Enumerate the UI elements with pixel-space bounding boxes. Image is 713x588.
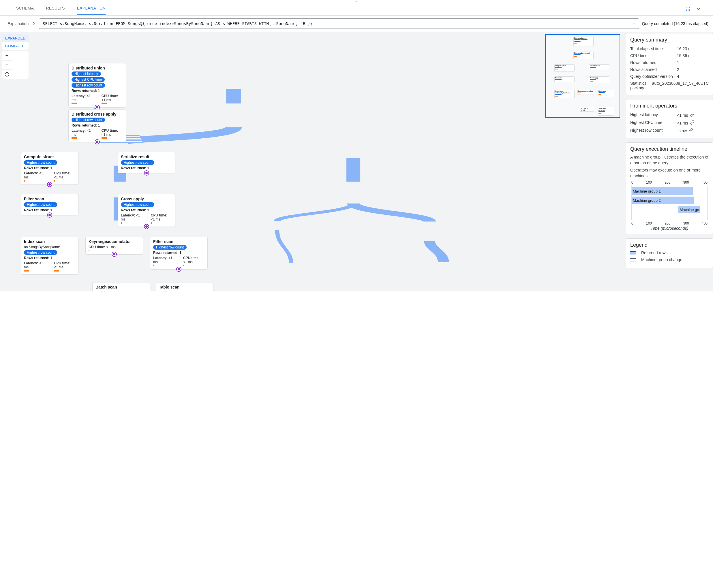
- query-dropdown[interactable]: SELECT s.SongName, s.Duration FROM Songs…: [39, 18, 639, 29]
- tab-results[interactable]: RESULTS: [46, 2, 65, 15]
- zoom-in-button[interactable]: +: [2, 51, 12, 60]
- cpu-val: <1 ms: [183, 260, 193, 264]
- tick: 0: [631, 181, 633, 185]
- expand-toggle-icon[interactable]: [47, 182, 52, 187]
- timeline-bar[interactable]: Machine group 1: [632, 187, 693, 195]
- tab-schema[interactable]: SCHEMA: [16, 2, 34, 15]
- node-title: Batch scan: [96, 285, 147, 289]
- k: Highest latency: [630, 112, 674, 118]
- expand-toggle-icon[interactable]: [111, 252, 117, 257]
- expand-toggle-icon[interactable]: [95, 139, 100, 144]
- card-title: Prominent operators: [630, 103, 709, 109]
- timeline-desc: Operators may execute on one or more mac…: [630, 167, 709, 179]
- node-cross-apply[interactable]: Cross apply Highest row count Rows retur…: [118, 194, 175, 227]
- tick: 0: [631, 222, 633, 225]
- link-icon[interactable]: [690, 120, 695, 126]
- node-keyrangeaccumulator[interactable]: Keyrangeaccumulator CPU time: <1 ms: [85, 237, 143, 254]
- fullscreen-icon[interactable]: [685, 6, 691, 11]
- cpu-val: <1 ms: [54, 265, 63, 269]
- view-compact[interactable]: COMPACT: [2, 42, 28, 50]
- k: Total elapsed time: [630, 46, 674, 51]
- query-text: SELECT s.SongName, s.Duration FROM Songs…: [43, 21, 313, 26]
- query-summary-card: Query summary Total elapsed time16.23 ms…: [626, 33, 713, 95]
- rows-returned: Rows returned: 1: [121, 208, 172, 212]
- node-filter-scan-2[interactable]: Filter scan Highest row count Rows retur…: [150, 237, 208, 270]
- node-title: Serialize result: [121, 154, 172, 159]
- tick: 300: [683, 222, 689, 225]
- plan-canvas[interactable]: EXPANDED COMPACT + − Distributed union D…: [0, 32, 624, 291]
- card-title: Query summary: [630, 37, 709, 43]
- tick: 400: [702, 181, 708, 185]
- legend-card: Legend Returned rows Machine group chang…: [626, 238, 713, 268]
- chip: Highest row count: [153, 245, 187, 250]
- timeline-card: Query execution timeline A machine group…: [626, 142, 713, 234]
- tick: 200: [665, 181, 670, 185]
- x-axis-label: Time (microseconds): [630, 226, 709, 231]
- side-panel: Query summary Total elapsed time16.23 ms…: [624, 32, 713, 291]
- collapse-icon[interactable]: [696, 6, 701, 12]
- node-title: Index scan: [24, 239, 75, 244]
- link-icon[interactable]: [690, 112, 695, 118]
- tick: 400: [702, 222, 708, 225]
- node-serialize-result[interactable]: Serialize result Highest row count Rows …: [118, 152, 175, 173]
- node-table-scan[interactable]: Table scan on Songs Highest row count Ro…: [156, 282, 213, 291]
- rows-returned: Rows returned: 1: [24, 166, 75, 170]
- chip: Highest row count: [121, 160, 154, 165]
- node-distributed-union[interactable]: Distributed union Highest latency Highes…: [68, 63, 126, 107]
- k: Rows returned: [630, 60, 674, 65]
- rows-returned: Rows returned: 1: [72, 89, 123, 93]
- node-sub: on SongsBySongName: [24, 245, 75, 249]
- rows-returned: Rows returned: 1: [153, 251, 204, 255]
- v: 15.36 ms: [677, 53, 709, 58]
- node-title: Keyrangeaccumulator: [88, 239, 140, 244]
- node-title: Table scan: [159, 285, 210, 289]
- node-title: Filter scan: [24, 196, 75, 201]
- zoom-reset-button[interactable]: [2, 69, 12, 79]
- rows-returned: Rows returned: 1: [121, 166, 172, 170]
- chip: Highest row count: [24, 250, 57, 255]
- view-expanded[interactable]: EXPANDED: [2, 34, 28, 42]
- node-batch-scan[interactable]: Batch scan on $v2: [92, 282, 150, 291]
- v: 1: [677, 60, 709, 65]
- lat-label: Latency:: [24, 171, 39, 175]
- link-icon[interactable]: [689, 128, 693, 133]
- node-index-scan[interactable]: Index scan on SongsBySongName Highest ro…: [21, 237, 79, 275]
- node-distributed-cross-apply[interactable]: Distributed cross apply Highest row coun…: [68, 109, 126, 142]
- zoom-out-button[interactable]: −: [2, 60, 12, 69]
- expand-toggle-icon[interactable]: [47, 212, 52, 217]
- tick: 100: [646, 181, 652, 185]
- cpu-val: <1 ms: [102, 132, 111, 136]
- chip: Highest row count: [24, 160, 57, 165]
- v: 2: [677, 67, 709, 72]
- node-compute-struct[interactable]: Compute struct Highest row count Rows re…: [21, 152, 79, 185]
- cpu-val: <1 ms: [102, 98, 111, 102]
- k: CPU time: [630, 53, 674, 58]
- tick: 200: [665, 222, 670, 225]
- v: 16.23 ms: [677, 46, 709, 51]
- k: Highest row count: [630, 128, 674, 133]
- expand-toggle-icon[interactable]: [144, 170, 149, 175]
- timeline-bar[interactable]: Machine grou: [678, 206, 700, 213]
- view-toggle: EXPANDED COMPACT: [2, 34, 28, 50]
- expand-toggle-icon[interactable]: [176, 267, 181, 272]
- expand-toggle-icon[interactable]: [144, 224, 149, 229]
- cpu-val: <1 ms: [151, 217, 160, 222]
- query-bar: Explanation SELECT s.SongName, s.Duratio…: [0, 16, 713, 32]
- cpu-label: CPU time:: [54, 171, 70, 175]
- node-title: Distributed cross apply: [72, 112, 123, 117]
- node-sub: on $v2: [96, 291, 147, 291]
- timeline-bar[interactable]: Machine group 2: [632, 196, 694, 204]
- chip: Highest row count: [72, 83, 105, 88]
- cpu-label: CPU time:: [54, 261, 70, 265]
- tab-explanation[interactable]: EXPLANATION: [77, 2, 106, 15]
- node-filter-scan-1[interactable]: Filter scan Highest row count Rows retur…: [21, 194, 79, 215]
- legend-label: Returned rows: [641, 251, 668, 255]
- node-title: Compute struct: [24, 154, 75, 159]
- node-title: Cross apply: [121, 196, 172, 201]
- rows-returned: Rows returned: 1: [72, 123, 123, 127]
- timeline-chart: 0 100 200 300 400 Machine group 1 Machin…: [630, 181, 709, 231]
- v: <1 ms: [677, 113, 688, 118]
- tick: 100: [646, 222, 652, 225]
- cpu-label: CPU time:: [183, 256, 200, 260]
- minimap[interactable]: Distributed union Distributed cross appl…: [545, 34, 620, 118]
